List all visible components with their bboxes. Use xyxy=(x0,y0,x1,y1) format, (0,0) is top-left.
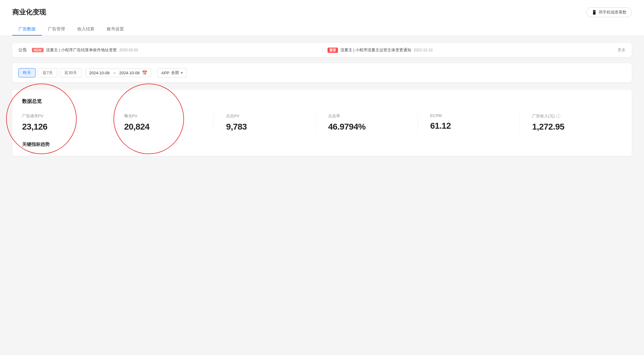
time-filter-btn-近30天[interactable]: 近30天 xyxy=(60,68,81,77)
notice-badge-1: 重要 xyxy=(328,48,338,53)
metric-value-click-rate: 46.9794% xyxy=(328,122,412,132)
tab-ad-manage[interactable]: 广告管理 xyxy=(42,23,71,36)
notice-bar: 公告 NEW流量主 | 小程序广告结算单收件地址变更2023-02-02 重要流… xyxy=(12,43,632,57)
metric-ad-income: 广告收入(元)i1,272.95 xyxy=(520,113,622,132)
notice-date-1: 2022-12-13 xyxy=(414,48,432,52)
time-filter-group: 昨天近7天近30天 xyxy=(18,68,82,77)
metric-label-click-pv: 点击PV xyxy=(226,113,310,119)
metrics-row: 广告请求PV23,126曝光PV20,824点击PV9,783点击率46.979… xyxy=(22,113,622,132)
app-filter-value: 全部 xyxy=(171,70,179,76)
notice-item-2: 重要流量主 | 小程序流量主运营主体变更通知2022-12-13 xyxy=(328,47,613,53)
metric-click-pv: 点击PV9,783 xyxy=(214,113,316,132)
metric-ecpm: ECPM61.12 xyxy=(418,113,520,132)
notice-text-0: 流量主 | 小程序广告结算单收件地址变更 xyxy=(46,47,117,53)
notice-text-1: 流量主 | 小程序流量主运营主体变更通知 xyxy=(340,47,412,53)
date-range-picker[interactable]: 2024-10-08 ~ 2024-10-08 📅 xyxy=(85,68,151,77)
notice-badge-0: NEW xyxy=(32,48,44,52)
metric-label-ad-income: 广告收入(元)i xyxy=(532,113,616,119)
header: 商业化变现 📱 用手机端查看数 广告数据广告管理收入结算账号设置 xyxy=(0,0,644,36)
filters-bar: 昨天近7天近30天 2024-10-08 ~ 2024-10-08 📅 APP … xyxy=(12,63,632,82)
mobile-preview-label: 用手机端查看数 xyxy=(599,10,627,15)
notice-label: 公告 xyxy=(18,47,27,53)
notice-date-0: 2023-02-02 xyxy=(119,48,138,52)
date-start: 2024-10-08 xyxy=(89,71,110,75)
metric-value-ad-income: 1,272.95 xyxy=(532,122,616,132)
tab-income[interactable]: 收入结算 xyxy=(71,23,101,36)
header-top: 商业化变现 📱 用手机端查看数 xyxy=(12,7,632,17)
info-icon-ad-income[interactable]: i xyxy=(556,114,560,118)
metric-ad-request-pv: 广告请求PV23,126 xyxy=(22,113,112,132)
mobile-preview-button[interactable]: 📱 用手机端查看数 xyxy=(586,7,632,17)
time-filter-btn-昨天[interactable]: 昨天 xyxy=(18,68,36,77)
time-filter-btn-近7天[interactable]: 近7天 xyxy=(38,68,57,77)
date-end: 2024-10-08 xyxy=(119,71,140,75)
main-data-card: 数据总览 广告请求PV23,126曝光PV20,824点击PV9,783点击率4… xyxy=(12,90,632,156)
chevron-down-icon: ▾ xyxy=(181,71,183,75)
metric-label-exposure-pv: 曝光PV xyxy=(124,113,208,119)
date-tilde: ~ xyxy=(113,71,116,75)
data-overview-title: 数据总览 xyxy=(22,98,622,105)
metric-value-ecpm: 61.12 xyxy=(430,121,514,131)
mobile-icon: 📱 xyxy=(592,10,597,15)
page-title: 商业化变现 xyxy=(12,8,46,17)
metric-label-ad-request-pv: 广告请求PV xyxy=(22,113,106,119)
tab-ad-data[interactable]: 广告数据 xyxy=(12,23,42,36)
tab-account[interactable]: 账号设置 xyxy=(101,23,130,36)
notice-item-1: NEW流量主 | 小程序广告结算单收件地址变更2023-02-02 xyxy=(32,47,317,53)
calendar-icon: 📅 xyxy=(142,70,147,75)
page-wrapper: 商业化变现 📱 用手机端查看数 广告数据广告管理收入结算账号设置 公告 NEW流… xyxy=(0,0,644,355)
app-filter-label: APP xyxy=(161,71,169,75)
app-filter-dropdown[interactable]: APP 全部 ▾ xyxy=(157,68,187,77)
trend-title: 关键指标趋势 xyxy=(22,142,622,147)
notice-divider xyxy=(322,47,323,53)
metric-value-exposure-pv: 20,824 xyxy=(124,122,208,132)
metric-value-click-pv: 9,783 xyxy=(226,122,310,132)
metric-label-ecpm: ECPM xyxy=(430,113,514,118)
notice-more[interactable]: 更多 xyxy=(618,47,626,53)
metric-exposure-pv: 曝光PV20,824 xyxy=(112,113,214,132)
metric-click-rate: 点击率46.9794% xyxy=(316,113,418,132)
metric-label-click-rate: 点击率 xyxy=(328,113,412,119)
metric-value-ad-request-pv: 23,126 xyxy=(22,122,106,132)
tabs-nav: 广告数据广告管理收入结算账号设置 xyxy=(12,23,632,35)
content-area: 公告 NEW流量主 | 小程序广告结算单收件地址变更2023-02-02 重要流… xyxy=(0,36,644,163)
